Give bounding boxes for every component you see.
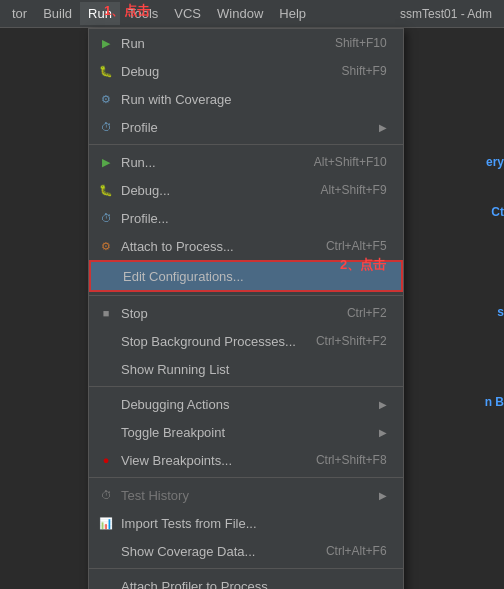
menu-stop[interactable]: ■ Stop Ctrl+F2 [89, 299, 403, 327]
test-history-icon: ⏱ [97, 486, 115, 504]
run-dots-icon: ▶ [97, 153, 115, 171]
attach-label: Attach to Process... [121, 239, 306, 254]
profile-arrow: ▶ [379, 122, 387, 133]
debug-dots-icon: 🐛 [97, 181, 115, 199]
menu-view-bp[interactable]: ● View Breakpoints... Ctrl+Shift+F8 [89, 446, 403, 474]
run-label: Run [121, 36, 315, 51]
test-history-arrow: ▶ [379, 490, 387, 501]
menu-run-coverage[interactable]: ⚙ Run with Coverage [89, 85, 403, 113]
separator-3 [89, 386, 403, 387]
edit-config-icon [99, 267, 117, 285]
menu-item-run[interactable]: Run [80, 2, 120, 25]
run-coverage-icon: ⚙ [97, 90, 115, 108]
separator-2 [89, 295, 403, 296]
menu-debug[interactable]: 🐛 Debug Shift+F9 [89, 57, 403, 85]
menu-show-coverage[interactable]: Show Coverage Data... Ctrl+Alt+F6 [89, 537, 403, 565]
show-coverage-shortcut: Ctrl+Alt+F6 [326, 544, 387, 558]
run-dots-label: Run... [121, 155, 294, 170]
right-label-nb: n B [485, 395, 504, 409]
menu-import-tests[interactable]: 📊 Import Tests from File... [89, 509, 403, 537]
attach-profiler-icon [97, 577, 115, 589]
right-label-ct: Ct [491, 205, 504, 219]
menu-item-vcs[interactable]: VCS [166, 2, 209, 25]
run-coverage-label: Run with Coverage [121, 92, 387, 107]
stop-bg-shortcut: Ctrl+Shift+F2 [316, 334, 387, 348]
debug-icon: 🐛 [97, 62, 115, 80]
menu-toggle-bp[interactable]: Toggle Breakpoint ▶ [89, 418, 403, 446]
view-bp-shortcut: Ctrl+Shift+F8 [316, 453, 387, 467]
view-bp-icon: ● [97, 451, 115, 469]
toggle-bp-arrow: ▶ [379, 427, 387, 438]
separator-1 [89, 144, 403, 145]
menu-show-running[interactable]: Show Running List [89, 355, 403, 383]
show-running-icon [97, 360, 115, 378]
run-shortcut: Shift+F10 [335, 36, 387, 50]
debug-dots-shortcut: Alt+Shift+F9 [321, 183, 387, 197]
menu-item-build[interactable]: Build [35, 2, 80, 25]
separator-5 [89, 568, 403, 569]
menu-attach[interactable]: ⚙ Attach to Process... Ctrl+Alt+F5 [89, 232, 403, 260]
menu-profile-dots[interactable]: ⏱ Profile... [89, 204, 403, 232]
menu-test-history: ⏱ Test History ▶ [89, 481, 403, 509]
menu-profile[interactable]: ⏱ Profile ▶ [89, 113, 403, 141]
run-dropdown-menu: ▶ Run Shift+F10 🐛 Debug Shift+F9 ⚙ Run w… [88, 28, 404, 589]
stop-icon: ■ [97, 304, 115, 322]
import-tests-label: Import Tests from File... [121, 516, 387, 531]
edit-config-label: Edit Configurations... [123, 269, 385, 284]
show-coverage-icon [97, 542, 115, 560]
menu-item-tor[interactable]: tor [4, 2, 35, 25]
debug-label: Debug [121, 64, 322, 79]
menu-item-help[interactable]: Help [271, 2, 314, 25]
profile-label: Profile [121, 120, 371, 135]
menu-run-dots[interactable]: ▶ Run... Alt+Shift+F10 [89, 148, 403, 176]
right-label-ery: ery [486, 155, 504, 169]
menu-bar-right-text: ssmTest01 - Adm [400, 7, 500, 21]
test-history-label: Test History [121, 488, 371, 503]
attach-profiler-label: Attach Profiler to Process... [121, 579, 387, 590]
attach-icon: ⚙ [97, 237, 115, 255]
debug-dots-label: Debug... [121, 183, 301, 198]
stop-shortcut: Ctrl+F2 [347, 306, 387, 320]
debug-shortcut: Shift+F9 [342, 64, 387, 78]
stop-label: Stop [121, 306, 327, 321]
menu-run[interactable]: ▶ Run Shift+F10 [89, 29, 403, 57]
menu-attach-profiler[interactable]: Attach Profiler to Process... [89, 572, 403, 589]
attach-shortcut: Ctrl+Alt+F5 [326, 239, 387, 253]
menu-item-window[interactable]: Window [209, 2, 271, 25]
menu-bar: tor Build Run Tools VCS Window Help ssmT… [0, 0, 504, 28]
profile-dots-icon: ⏱ [97, 209, 115, 227]
view-bp-label: View Breakpoints... [121, 453, 296, 468]
right-label-s: s [497, 305, 504, 319]
menu-stop-bg[interactable]: Stop Background Processes... Ctrl+Shift+… [89, 327, 403, 355]
menu-debug-dots[interactable]: 🐛 Debug... Alt+Shift+F9 [89, 176, 403, 204]
separator-4 [89, 477, 403, 478]
run-icon: ▶ [97, 34, 115, 52]
run-dots-shortcut: Alt+Shift+F10 [314, 155, 387, 169]
menu-item-tools[interactable]: Tools [120, 2, 166, 25]
menu-edit-config[interactable]: Edit Configurations... [89, 260, 403, 292]
debug-actions-arrow: ▶ [379, 399, 387, 410]
toggle-bp-icon [97, 423, 115, 441]
debug-actions-icon [97, 395, 115, 413]
profile-icon: ⏱ [97, 118, 115, 136]
stop-bg-label: Stop Background Processes... [121, 334, 296, 349]
menu-debug-actions[interactable]: Debugging Actions ▶ [89, 390, 403, 418]
debug-actions-label: Debugging Actions [121, 397, 371, 412]
show-running-label: Show Running List [121, 362, 387, 377]
toggle-bp-label: Toggle Breakpoint [121, 425, 371, 440]
stop-bg-icon [97, 332, 115, 350]
show-coverage-label: Show Coverage Data... [121, 544, 306, 559]
import-tests-icon: 📊 [97, 514, 115, 532]
profile-dots-label: Profile... [121, 211, 387, 226]
